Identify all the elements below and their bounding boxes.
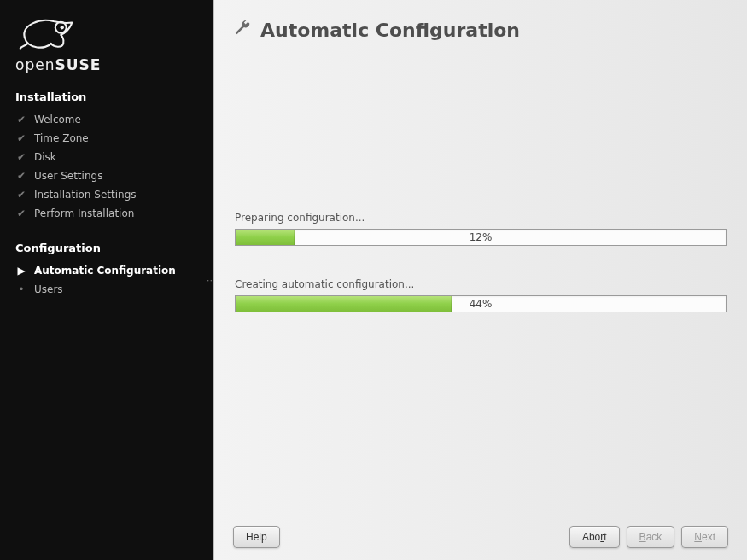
opensuse-geeko-icon	[15, 12, 77, 53]
sidebar: openSUSE Installation ✔Welcome ✔Time Zon…	[0, 0, 213, 560]
wrench-icon	[233, 19, 252, 41]
sidebar-item-automatic-configuration: ▶Automatic Configuration	[15, 261, 198, 280]
sidebar-item-welcome: ✔Welcome	[15, 110, 198, 129]
main-panel: Automatic Configuration Preparing config…	[213, 0, 747, 560]
sidebar-section-installation: Installation	[15, 90, 198, 103]
next-button: Next	[681, 526, 728, 548]
check-icon: ✔	[15, 114, 27, 125]
check-icon: ✔	[15, 151, 27, 163]
check-icon: ✔	[15, 189, 27, 201]
progress2-text: 44%	[236, 298, 726, 310]
brand-logo: openSUSE	[15, 12, 198, 73]
sidebar-item-perform-installation: ✔Perform Installation	[15, 204, 198, 223]
sidebar-section-configuration: Configuration	[15, 242, 198, 254]
progress1-label: Preparing configuration...	[235, 212, 727, 224]
sidebar-item-users: •Users	[15, 280, 198, 299]
progress1-text: 12%	[236, 231, 726, 243]
bullet-icon: •	[15, 283, 27, 295]
sidebar-item-disk: ✔Disk	[15, 148, 198, 166]
help-button[interactable]: Help	[233, 526, 280, 548]
progress2-label: Creating automatic configuration...	[235, 278, 727, 290]
check-icon: ✔	[15, 170, 27, 182]
progress2-bar: 44%	[235, 295, 727, 312]
sidebar-item-user-settings: ✔User Settings	[15, 166, 198, 185]
sidebar-item-timezone: ✔Time Zone	[15, 129, 198, 148]
footer-bar: Help Abort Back Next	[233, 517, 728, 548]
check-icon: ✔	[15, 207, 27, 219]
back-button: Back	[627, 526, 675, 548]
brand-name: openSUSE	[15, 56, 198, 73]
current-step-icon: ▶	[15, 265, 27, 277]
progress1-bar: 12%	[235, 229, 727, 246]
page-title: Automatic Configuration	[260, 20, 520, 41]
svg-point-1	[61, 26, 64, 29]
sidebar-item-installation-settings: ✔Installation Settings	[15, 185, 198, 204]
abort-button[interactable]: Abort	[569, 526, 620, 548]
check-icon: ✔	[15, 132, 27, 144]
